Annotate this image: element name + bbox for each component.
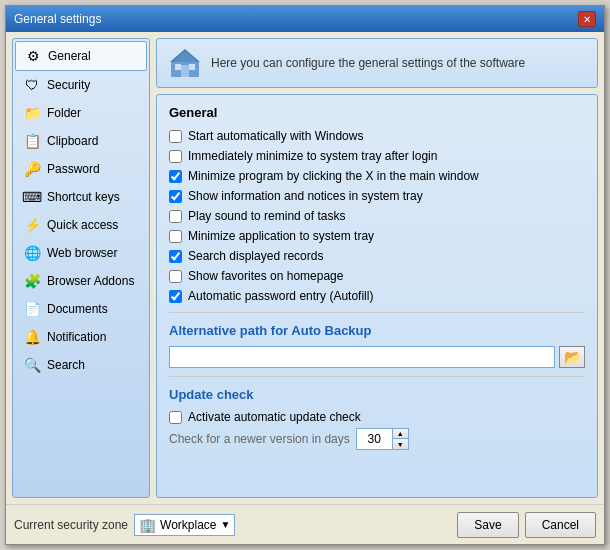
info-box: Here you can configure the general setti…: [156, 38, 598, 88]
window-title: General settings: [14, 12, 101, 26]
general-settings-window: General settings ✕ ⚙General🛡Security📁Fol…: [5, 5, 605, 545]
title-bar: General settings ✕: [6, 6, 604, 32]
backup-path-input[interactable]: [169, 346, 555, 368]
play-sound-label: Play sound to remind of tasks: [188, 209, 345, 223]
quick-access-icon: ⚡: [23, 216, 41, 234]
sidebar-item-browser-addons[interactable]: 🧩Browser Addons: [15, 267, 147, 295]
clipboard-icon: 📋: [23, 132, 41, 150]
autofill-checkbox[interactable]: [169, 290, 182, 303]
show-favorites-label: Show favorites on homepage: [188, 269, 343, 283]
play-sound-checkbox[interactable]: [169, 210, 182, 223]
checkbox-row-minimize-app-tray: Minimize application to system tray: [169, 228, 585, 244]
days-input[interactable]: [357, 429, 392, 449]
zone-label: Current security zone: [14, 518, 128, 532]
checkbox-row-autofill: Automatic password entry (Autofill): [169, 288, 585, 304]
update-days-row: Check for a newer version in days ▲ ▼: [169, 428, 585, 450]
house-icon: [169, 47, 201, 79]
autofill-label: Automatic password entry (Autofill): [188, 289, 373, 303]
sidebar-label-web-browser: Web browser: [47, 246, 117, 260]
checkbox-row-show-favorites: Show favorites on homepage: [169, 268, 585, 284]
action-buttons: Save Cancel: [457, 512, 596, 538]
sidebar-item-notification[interactable]: 🔔Notification: [15, 323, 147, 351]
minimize-x-label: Minimize program by clicking the X in th…: [188, 169, 479, 183]
title-bar-left: General settings: [14, 12, 101, 26]
backup-input-row: 📂: [169, 346, 585, 368]
security-icon: 🛡: [23, 76, 41, 94]
show-notices-checkbox[interactable]: [169, 190, 182, 203]
sidebar-item-documents[interactable]: 📄Documents: [15, 295, 147, 323]
zone-dropdown[interactable]: 🏢 Workplace ▼: [134, 514, 235, 536]
checkbox-row-search-records: Search displayed records: [169, 248, 585, 264]
show-notices-label: Show information and notices in system t…: [188, 189, 423, 203]
sidebar-label-security: Security: [47, 78, 90, 92]
sidebar-item-general[interactable]: ⚙General: [15, 41, 147, 71]
divider-1: [169, 312, 585, 313]
spin-down-button[interactable]: ▼: [392, 439, 408, 449]
minimize-x-checkbox[interactable]: [169, 170, 182, 183]
save-button[interactable]: Save: [457, 512, 518, 538]
search-records-checkbox[interactable]: [169, 250, 182, 263]
sidebar-label-documents: Documents: [47, 302, 108, 316]
auto-start-label: Start automatically with Windows: [188, 129, 363, 143]
spinner-buttons: ▲ ▼: [392, 429, 408, 449]
cancel-button[interactable]: Cancel: [525, 512, 596, 538]
browser-addons-icon: 🧩: [23, 272, 41, 290]
shortcut-keys-icon: ⌨: [23, 188, 41, 206]
sidebar-label-notification: Notification: [47, 330, 106, 344]
update-section-title: Update check: [169, 387, 585, 402]
auto-start-checkbox[interactable]: [169, 130, 182, 143]
days-label: Check for a newer version in days: [169, 432, 350, 446]
sidebar: ⚙General🛡Security📁Folder📋Clipboard🔑Passw…: [12, 38, 150, 498]
sidebar-label-shortcut-keys: Shortcut keys: [47, 190, 120, 204]
notification-icon: 🔔: [23, 328, 41, 346]
folder-icon: 📁: [23, 104, 41, 122]
sidebar-item-quick-access[interactable]: ⚡Quick access: [15, 211, 147, 239]
search-records-label: Search displayed records: [188, 249, 323, 263]
sidebar-item-security[interactable]: 🛡Security: [15, 71, 147, 99]
update-check-checkbox[interactable]: [169, 411, 182, 424]
sidebar-item-web-browser[interactable]: 🌐Web browser: [15, 239, 147, 267]
checkbox-row-show-notices: Show information and notices in system t…: [169, 188, 585, 204]
browse-folder-button[interactable]: 📂: [559, 346, 585, 368]
sidebar-label-search: Search: [47, 358, 85, 372]
sidebar-label-general: General: [48, 49, 91, 63]
documents-icon: 📄: [23, 300, 41, 318]
bottom-bar: Current security zone 🏢 Workplace ▼ Save…: [6, 504, 604, 544]
show-favorites-checkbox[interactable]: [169, 270, 182, 283]
sidebar-item-search[interactable]: 🔍Search: [15, 351, 147, 379]
svg-rect-2: [181, 65, 189, 77]
sidebar-item-folder[interactable]: 📁Folder: [15, 99, 147, 127]
sidebar-label-clipboard: Clipboard: [47, 134, 98, 148]
general-section-title: General: [169, 105, 585, 120]
general-icon: ⚙: [24, 47, 42, 65]
minimize-tray-login-label: Immediately minimize to system tray afte…: [188, 149, 437, 163]
content-area: ⚙General🛡Security📁Folder📋Clipboard🔑Passw…: [6, 32, 604, 504]
backup-section: Alternative path for Auto Backup 📂: [169, 323, 585, 368]
search-icon: 🔍: [23, 356, 41, 374]
sidebar-item-clipboard[interactable]: 📋Clipboard: [15, 127, 147, 155]
security-zone: Current security zone 🏢 Workplace ▼: [14, 514, 235, 536]
days-spinner: ▲ ▼: [356, 428, 409, 450]
checkbox-row-minimize-x: Minimize program by clicking the X in th…: [169, 168, 585, 184]
info-text: Here you can configure the general setti…: [211, 56, 525, 70]
sidebar-label-password: Password: [47, 162, 100, 176]
svg-rect-4: [189, 64, 195, 70]
sidebar-label-folder: Folder: [47, 106, 81, 120]
sidebar-item-shortcut-keys[interactable]: ⌨Shortcut keys: [15, 183, 147, 211]
sidebar-label-browser-addons: Browser Addons: [47, 274, 134, 288]
web-browser-icon: 🌐: [23, 244, 41, 262]
minimize-tray-login-checkbox[interactable]: [169, 150, 182, 163]
minimize-app-tray-checkbox[interactable]: [169, 230, 182, 243]
divider-2: [169, 376, 585, 377]
password-icon: 🔑: [23, 160, 41, 178]
update-check-label: Activate automatic update check: [188, 410, 361, 424]
sidebar-item-password[interactable]: 🔑Password: [15, 155, 147, 183]
checkbox-row-auto-start: Start automatically with Windows: [169, 128, 585, 144]
backup-section-title: Alternative path for Auto Backup: [169, 323, 585, 338]
spin-up-button[interactable]: ▲: [392, 429, 408, 439]
checkbox-row-minimize-tray-login: Immediately minimize to system tray afte…: [169, 148, 585, 164]
minimize-app-tray-label: Minimize application to system tray: [188, 229, 374, 243]
zone-value: Workplace: [160, 518, 216, 532]
close-button[interactable]: ✕: [578, 11, 596, 27]
dropdown-arrow-icon: ▼: [221, 519, 231, 530]
